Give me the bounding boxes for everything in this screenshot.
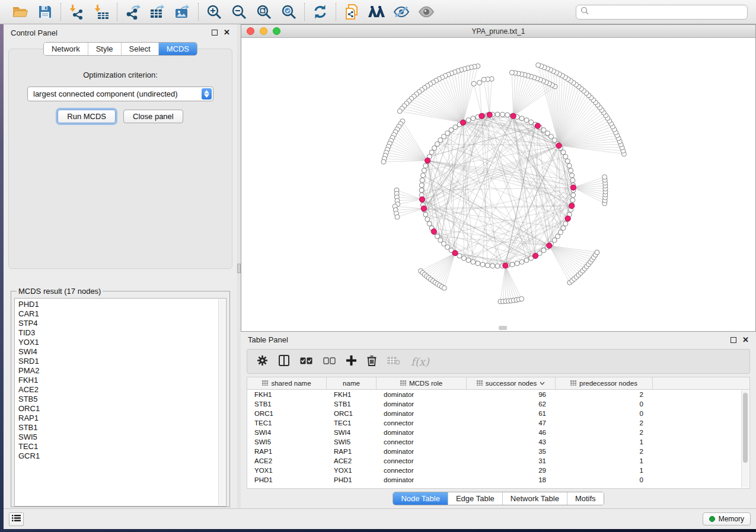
- zoom-selected-button[interactable]: [280, 3, 298, 21]
- mcds-result-item[interactable]: RAP1: [18, 414, 226, 423]
- graph-node[interactable]: [476, 261, 480, 266]
- graph-hub-node[interactable]: [547, 243, 552, 248]
- table-row[interactable]: STB1STB1dominator620: [247, 399, 749, 409]
- minimize-window-icon[interactable]: [260, 27, 267, 35]
- graph-hub-node[interactable]: [511, 113, 516, 118]
- cell-predecessor-nodes[interactable]: 2: [556, 391, 653, 398]
- graph-node[interactable]: [529, 120, 534, 124]
- scrollbar-thumb[interactable]: [743, 393, 748, 463]
- graph-node[interactable]: [495, 264, 500, 268]
- cell-name[interactable]: SWI4: [327, 429, 377, 436]
- first-neighbors-button[interactable]: [368, 3, 385, 21]
- graph-leaf-node[interactable]: [395, 214, 400, 219]
- mcds-result-item[interactable]: SWI4: [18, 347, 226, 357]
- zoom-fit-button[interactable]: [255, 3, 273, 21]
- graph-leaf-node[interactable]: [595, 250, 599, 255]
- cell-shared-name[interactable]: YOX1: [247, 467, 327, 474]
- graph-node[interactable]: [453, 125, 458, 130]
- network-graph[interactable]: [241, 38, 755, 331]
- graph-node[interactable]: [570, 178, 575, 182]
- graph-hub-node[interactable]: [460, 120, 465, 125]
- mcds-result-item[interactable]: PMA2: [18, 366, 226, 376]
- graph-hub-node[interactable]: [503, 263, 508, 268]
- table-row[interactable]: FKH1FKH1dominator962: [247, 390, 749, 399]
- graph-hub-node[interactable]: [569, 203, 575, 209]
- tab-node-table[interactable]: Node Table: [393, 492, 448, 505]
- graph-leaf-node[interactable]: [519, 297, 524, 302]
- cell-name[interactable]: YOX1: [327, 467, 377, 474]
- mcds-result-item[interactable]: YOX1: [18, 338, 226, 347]
- cell-predecessor-nodes[interactable]: 2: [556, 419, 653, 427]
- refresh-button[interactable]: [311, 3, 329, 21]
- cell-successor-nodes[interactable]: 35: [467, 448, 556, 455]
- graph-node[interactable]: [563, 154, 568, 159]
- mcds-result-item[interactable]: CAR1: [18, 309, 226, 319]
- graph-node[interactable]: [422, 168, 426, 173]
- cell-predecessor-nodes[interactable]: 1: [556, 438, 653, 446]
- graph-node[interactable]: [461, 256, 466, 261]
- close-table-panel-icon[interactable]: ✕: [742, 337, 749, 343]
- graph-node[interactable]: [570, 173, 575, 178]
- graph-node[interactable]: [556, 234, 560, 239]
- panel-splitter[interactable]: [237, 24, 241, 508]
- table-row[interactable]: TEC1TEC1connector472: [247, 418, 749, 428]
- mcds-result-item[interactable]: STP4: [18, 319, 226, 328]
- cell-predecessor-nodes[interactable]: 2: [556, 448, 653, 455]
- tab-edge-table[interactable]: Edge Table: [448, 492, 502, 505]
- graph-node[interactable]: [510, 262, 515, 267]
- run-mcds-button[interactable]: Run MCDS: [58, 110, 116, 123]
- list-scrollbar[interactable]: [218, 299, 225, 505]
- graph-node[interactable]: [480, 262, 485, 267]
- open-session-button[interactable]: [11, 3, 29, 21]
- cell-shared-name[interactable]: SWI5: [247, 438, 327, 446]
- graph-node[interactable]: [425, 217, 430, 222]
- graph-leaf-node[interactable]: [602, 175, 607, 180]
- graph-hub-node[interactable]: [452, 251, 458, 256]
- mcds-result-item[interactable]: STB1: [18, 423, 226, 432]
- graph-leaf-node[interactable]: [509, 70, 514, 75]
- graph-hub-node[interactable]: [421, 206, 426, 211]
- cell-predecessor-nodes[interactable]: 2: [556, 429, 653, 436]
- column-header-shared-name[interactable]: shared name: [247, 377, 327, 389]
- import-table-button[interactable]: [92, 3, 110, 21]
- cell-shared-name[interactable]: SWI4: [247, 429, 327, 436]
- graph-leaf-node[interactable]: [442, 286, 446, 290]
- splitter-grip[interactable]: [237, 264, 241, 273]
- cell-name[interactable]: ACE2: [327, 457, 377, 464]
- graph-node[interactable]: [571, 193, 576, 197]
- mcds-result-item[interactable]: ACE2: [18, 385, 226, 395]
- cell-predecessor-nodes[interactable]: 0: [556, 410, 653, 417]
- graph-hub-node[interactable]: [565, 216, 570, 221]
- cell-predecessor-nodes[interactable]: 0: [556, 400, 653, 408]
- mcds-result-item[interactable]: PHD1: [18, 300, 226, 309]
- column-header-predecessor-nodes[interactable]: predecessor nodes: [556, 377, 653, 389]
- search-input[interactable]: [592, 8, 743, 16]
- mcds-result-item[interactable]: SRD1: [18, 357, 226, 366]
- graph-node[interactable]: [558, 230, 563, 235]
- graph-node[interactable]: [435, 142, 439, 146]
- graph-node[interactable]: [570, 198, 575, 203]
- close-window-icon[interactable]: [247, 27, 254, 35]
- graph-node[interactable]: [466, 118, 471, 123]
- cell-successor-nodes[interactable]: 96: [467, 391, 556, 398]
- show-columns-button[interactable]: [279, 355, 289, 368]
- cell-successor-nodes[interactable]: 47: [467, 419, 556, 427]
- cell-name[interactable]: TEC1: [327, 419, 377, 427]
- graph-node[interactable]: [567, 164, 572, 168]
- graph-node[interactable]: [495, 112, 500, 117]
- graph-node[interactable]: [471, 259, 476, 264]
- table-row[interactable]: SWI5SWI5connector431: [247, 437, 749, 447]
- cell-shared-name[interactable]: TEC1: [247, 419, 327, 427]
- graph-hub-node[interactable]: [425, 158, 430, 163]
- close-panel-button[interactable]: Close panel: [123, 110, 183, 123]
- hide-selected-button[interactable]: [393, 3, 410, 21]
- copy-network-view-button[interactable]: [343, 3, 361, 21]
- zoom-in-button[interactable]: [205, 3, 223, 21]
- graph-node[interactable]: [561, 150, 566, 155]
- cell-MCDS-role[interactable]: connector: [377, 457, 467, 464]
- table-row[interactable]: ACE2ACE2connector311: [247, 456, 749, 466]
- graph-hub-node[interactable]: [556, 143, 562, 148]
- table-scrollbar[interactable]: [741, 390, 749, 488]
- export-network-button[interactable]: [124, 3, 142, 21]
- graph-node[interactable]: [569, 168, 573, 173]
